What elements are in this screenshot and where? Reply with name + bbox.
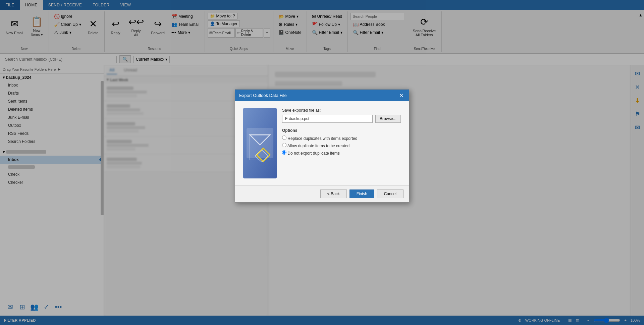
modal-title-bar: Export Outlook Data File ✕ bbox=[235, 90, 409, 101]
outlook-icon-area bbox=[243, 108, 277, 178]
radio-allow-label: Allow duplicate items to be created bbox=[287, 144, 350, 148]
radio-no-export[interactable]: Do not export duplicate items bbox=[282, 150, 401, 156]
back-button[interactable]: < Back bbox=[320, 189, 347, 198]
modal-title: Export Outlook Data File bbox=[239, 93, 287, 98]
radio-replace-label: Replace duplicates with items exported bbox=[287, 136, 357, 141]
save-as-label: Save exported file as: bbox=[282, 108, 401, 113]
radio-no-export-input[interactable] bbox=[282, 150, 286, 155]
finish-button[interactable]: Finish bbox=[350, 189, 374, 198]
outlook-svg-icon bbox=[243, 108, 277, 178]
radio-no-export-label: Do not export duplicate items bbox=[287, 151, 339, 156]
radio-allow-input[interactable] bbox=[282, 143, 286, 147]
modal-close-button[interactable]: ✕ bbox=[398, 92, 405, 99]
modal-right-content: Save exported file as: Browse... Options… bbox=[282, 108, 401, 178]
radio-replace[interactable]: Replace duplicates with items exported bbox=[282, 136, 401, 141]
radio-allow[interactable]: Allow duplicate items to be created bbox=[282, 143, 401, 148]
options-title: Options bbox=[282, 128, 401, 133]
modal-body: Save exported file as: Browse... Options… bbox=[235, 101, 409, 185]
options-section: Options Replace duplicates with items ex… bbox=[282, 128, 401, 156]
browse-button[interactable]: Browse... bbox=[375, 115, 401, 123]
modal-footer: < Back Finish Cancel bbox=[235, 185, 409, 202]
export-dialog: Export Outlook Data File ✕ bbox=[235, 89, 409, 203]
radio-replace-input[interactable] bbox=[282, 136, 286, 140]
cancel-button[interactable]: Cancel bbox=[377, 189, 404, 198]
file-input-row: Browse... bbox=[282, 115, 401, 123]
file-path-input[interactable] bbox=[282, 115, 373, 123]
modal-content-area: Save exported file as: Browse... Options… bbox=[243, 108, 401, 178]
modal-overlay: Export Outlook Data File ✕ bbox=[0, 0, 644, 325]
